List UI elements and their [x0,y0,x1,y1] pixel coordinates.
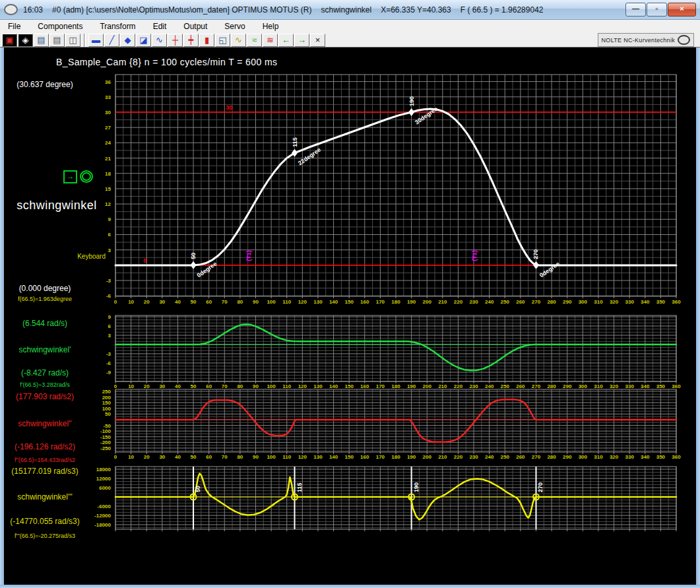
x-tick-label: 20 [144,299,150,305]
x-tick-label: 10 [128,454,134,460]
x-tick-label: 120 [298,383,307,389]
move-point-icon[interactable]: ┿ [183,34,199,47]
segment-poly-icon[interactable]: ◆ [120,34,135,47]
x-tick-label: 220 [454,454,463,460]
x-tick-label: 150 [344,454,354,460]
x-tick-label: 50 [191,299,197,305]
smooth-curve-icon[interactable]: ∿ [231,34,246,47]
y-tick-label: 50 [105,411,111,417]
close-button[interactable]: × [668,3,696,16]
title-main: #0 (adm) [c:\users\Nolte\OptimusMotus\om… [52,5,311,15]
x-tick-label: 60 [206,383,212,389]
y-tick-label: 30 [105,110,111,115]
app-icon[interactable] [4,4,18,15]
x-tick-label: 140 [329,299,338,305]
segment-curve-icon[interactable]: ∿ [152,34,167,47]
new-diagram-icon[interactable]: ▣ [2,34,17,47]
pos-plot[interactable]: 030(T1)(T1)500degree11522degree19030degr… [105,75,681,305]
plots-canvas[interactable]: 030(T1)(T1)500degree11522degree19030degr… [0,48,700,588]
x-tick-label: 30 [159,299,165,305]
menu-edit[interactable]: Edit [152,20,174,32]
title-time: 16:03 [23,5,43,15]
y-tick-label: 3 [108,333,111,339]
acc-plot[interactable]: 25020015010050-50-100-150-200-2500102030… [100,389,681,460]
jerk-plot[interactable]: 5011519027018000120006000-6000-12000-180… [94,467,676,531]
x-tick-label: 160 [360,383,369,389]
x-tick-label: 300 [579,454,588,460]
y-tick-label: -3 [106,351,111,357]
y-tick-label: -3 [106,278,111,284]
x-tick-label: 140 [329,454,338,460]
y-tick-label: -18000 [94,522,111,528]
x-tick-label: 240 [485,454,494,460]
x-tick-label: 350 [656,299,666,305]
next-icon[interactable]: → [294,34,309,47]
segment-dwell-icon[interactable]: ▬ [88,34,104,47]
print-color-icon[interactable]: ▤ [34,34,49,47]
y-tick-label: -6 [106,293,111,299]
analysis-icon[interactable]: ≈ [247,34,262,47]
x-tick-label: 310 [594,383,603,389]
delete-segment-icon[interactable]: ▮ [199,34,214,47]
x-tick-label: 170 [376,299,385,305]
x-tick-label: 50 [191,454,197,460]
y-tick-label: 3 [108,247,111,253]
diagram-area: B_Sample_Cam {8} n = 100 cycles/min T = … [0,48,700,588]
fit-view-icon[interactable]: ◈ [18,34,33,47]
x-tick-label: 250 [501,454,510,460]
x-tick-label: 140 [329,383,338,389]
app-window: 16:03#0 (adm) [c:\users\Nolte\OptimusMot… [0,0,700,588]
node-x-label: 50 [190,253,197,259]
brand-label: NOLTE NC-Kurventechnik [602,37,675,44]
x-tick-label: 340 [641,454,650,460]
x-tick-label: 190 [407,454,416,460]
x-tick-label: 350 [656,454,666,460]
toolbar-separator [84,34,86,47]
menu-file[interactable]: File [7,20,27,32]
insert-point-icon[interactable]: ┼ [168,34,183,47]
x-tick-label: 280 [547,454,556,460]
y-tick-label: -6000 [98,504,111,509]
x-tick-label: 0 [114,454,117,460]
prev-icon[interactable]: ← [278,34,294,47]
node-marker[interactable] [408,108,414,116]
limit-line-label: 30 [226,104,232,111]
all-curves-icon[interactable]: ≋ [263,34,278,47]
menu-transform[interactable]: Transform [98,20,142,32]
menu-components[interactable]: Components [36,20,89,32]
title-doc: schwingwinkel [321,5,371,15]
node-marker[interactable] [191,261,197,269]
menubar: File Components Transform Edit Output Se… [0,20,700,33]
y-tick-label: 21 [105,156,111,162]
y-tick-label: -12000 [94,513,111,519]
x-tick-label: 300 [579,383,588,389]
x-tick-label: 20 [144,383,150,389]
menu-help[interactable]: Help [261,20,286,32]
menu-servo[interactable]: Servo [223,20,251,32]
y-tick-label: 9 [108,314,111,320]
x-tick-label: 200 [423,299,432,305]
restore-button[interactable]: ▫ [647,3,667,16]
titlebar[interactable]: 16:03#0 (adm) [c:\users\Nolte\OptimusMot… [0,0,700,20]
section-line-label: 270 [538,482,544,492]
node-marker[interactable] [533,261,539,269]
copy-segment-icon[interactable]: ◱ [215,34,230,47]
close-diagram-icon[interactable]: × [310,34,325,47]
x-tick-label: 290 [563,454,572,460]
x-tick-label: 240 [485,299,494,305]
window-controls: — ▫ × [625,3,696,16]
print-icon[interactable]: ▤ [49,34,65,47]
x-tick-label: 110 [282,383,291,389]
brand-box: NOLTE NC-Kurventechnik [598,33,694,47]
segment-ramp-icon[interactable]: ◪ [136,34,151,47]
x-tick-label: 60 [206,299,212,305]
y-tick-label: 12 [105,201,111,207]
vel-plot[interactable]: 963-3-6-90102030405060708090100110120130… [106,314,681,389]
snapshot-icon[interactable]: ◫ [65,34,80,47]
x-tick-label: 290 [563,383,572,389]
minimize-button[interactable]: — [625,3,646,16]
x-tick-label: 40 [175,383,181,389]
menu-output[interactable]: Output [182,20,214,32]
x-tick-label: 270 [532,299,541,305]
segment-line-icon[interactable]: ╱ [104,34,119,47]
